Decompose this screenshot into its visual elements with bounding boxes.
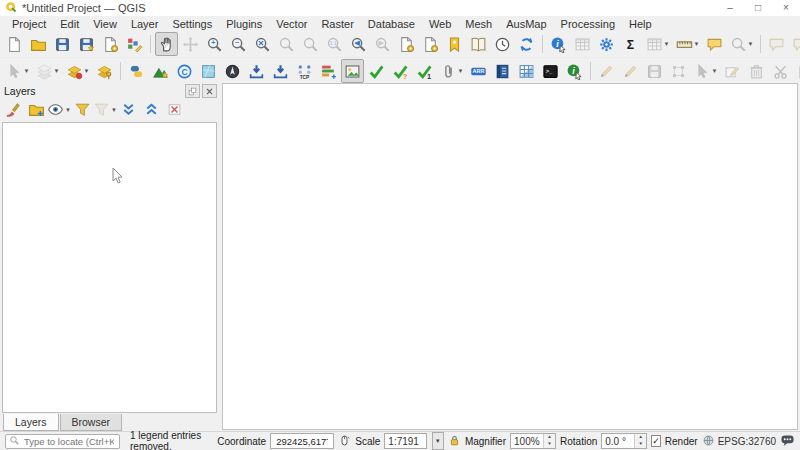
filter-legend[interactable] [71,99,93,120]
layers-list[interactable] [2,122,217,413]
save-project[interactable] [51,32,74,56]
refresh-map[interactable] [515,32,538,56]
identify-features[interactable]: i [547,32,570,56]
menu-vector[interactable]: Vector [269,17,314,31]
tab-layers[interactable]: Layers [3,414,59,431]
coordinate-input[interactable] [274,435,330,448]
attachments[interactable]: ▼ [437,59,466,83]
zoom-last[interactable]: ◀ [347,32,370,56]
layer-import[interactable] [269,59,292,83]
arr-plugin[interactable]: ARR [467,59,490,83]
select-by-location[interactable] [93,59,116,83]
menu-database[interactable]: Database [361,17,422,31]
metasearch[interactable]: C [173,59,196,83]
python-console[interactable] [125,59,148,83]
zoom-next[interactable]: ▶ [371,32,394,56]
zoom-full-extent[interactable] [251,32,274,56]
lock-scale-icon[interactable] [448,434,461,449]
new-print-layout[interactable] [99,32,122,56]
show-spatial-bookmarks[interactable] [467,32,490,56]
crs-status-button[interactable]: EPSG:32760 [702,434,776,449]
rotation-value[interactable]: 0.0 ° [602,434,634,448]
processing-toolbox[interactable] [595,32,618,56]
deselect-features[interactable]: ▼ [33,59,62,83]
feature-info[interactable]: i [563,59,586,83]
menu-settings[interactable]: Settings [165,17,219,31]
open-attribute-table[interactable] [571,32,594,56]
map-tips[interactable] [703,32,726,56]
style-manager[interactable] [123,32,146,56]
scale-dropdown-button[interactable]: ▼ [432,432,444,450]
add-group[interactable] [25,99,47,120]
form-annotation[interactable] [789,32,800,56]
zoom-out[interactable]: − [227,32,250,56]
geometry-check-optional[interactable]: ? [389,59,412,83]
quickosm[interactable] [197,59,220,83]
menu-plugins[interactable]: Plugins [219,17,269,31]
current-edits[interactable] [595,59,618,83]
rotation-spin-up[interactable]: ▲ [635,434,646,441]
float-panel-button[interactable] [185,84,200,98]
new-map-view[interactable] [395,32,418,56]
zoom-native-resolution[interactable]: 1:1 [323,32,346,56]
report-binder[interactable] [491,59,514,83]
magnifier-spin-down[interactable]: ▼ [544,441,555,448]
menu-help[interactable]: Help [622,17,659,31]
magnifier-value[interactable]: 100% [511,434,543,448]
tab-browser[interactable]: Browser [60,414,123,431]
field-calculator[interactable]: ▼ [643,32,672,56]
new-3d-map-view[interactable] [419,32,442,56]
vertex-tool[interactable]: ▼ [691,59,720,83]
open-layer-styling[interactable] [2,99,24,120]
temporal-controller[interactable] [491,32,514,56]
quickmapservices[interactable] [149,59,172,83]
minimize-button[interactable]: – [716,0,744,16]
magnifier-spin-up[interactable]: ▲ [544,434,555,441]
new-spatial-bookmark[interactable] [443,32,466,56]
text-annotation[interactable] [765,32,788,56]
collapse-all[interactable] [140,99,162,120]
maximize-button[interactable]: □ [744,0,772,16]
zoom-to-selection[interactable] [275,32,298,56]
close-panel-button[interactable] [202,84,217,98]
menu-ausmap[interactable]: AusMap [499,17,553,31]
geometry-check-single[interactable]: 1 [413,59,436,83]
zoom-to-layer[interactable] [299,32,322,56]
render-checkbox[interactable]: ✓ [651,435,661,447]
cut-features[interactable] [769,59,792,83]
copy-features[interactable] [793,59,800,83]
layer-order-panel[interactable] [317,59,340,83]
menu-raster[interactable]: Raster [314,17,360,31]
shell-console[interactable]: >_ [539,59,562,83]
add-vertices[interactable] [667,59,690,83]
toggle-editing[interactable] [619,59,642,83]
close-button[interactable]: × [772,0,800,16]
statistical-summary[interactable]: Σ [619,32,642,56]
save-project-as[interactable] [75,32,98,56]
measure[interactable]: ▼ [673,32,702,56]
open-project[interactable] [27,32,50,56]
map-window[interactable] [341,59,364,83]
raster-analysis[interactable] [515,59,538,83]
map-canvas[interactable] [222,83,798,430]
pan-map[interactable] [155,32,178,56]
zoom-in[interactable]: + [203,32,226,56]
pan-to-selection[interactable] [179,32,202,56]
menu-edit[interactable]: Edit [53,17,86,31]
menu-layer[interactable]: Layer [124,17,166,31]
extents-toggle-icon[interactable] [338,434,351,449]
save-layer-edits[interactable] [643,59,666,83]
modify-attributes[interactable] [721,59,744,83]
remove-layer[interactable] [163,99,185,120]
menu-view[interactable]: View [86,17,124,31]
geometry-check[interactable] [365,59,388,83]
nominatim-search[interactable]: ▼ [727,32,756,56]
select-by-form[interactable]: ▼ [63,59,92,83]
select-features[interactable]: ▼ [3,59,32,83]
delete-selected[interactable] [745,59,768,83]
expand-all[interactable] [117,99,139,120]
rotation-spin-down[interactable]: ▼ [635,441,646,448]
manage-map-themes[interactable]: ▼ [48,99,70,120]
gps-import[interactable] [245,59,268,83]
new-project[interactable] [3,32,26,56]
